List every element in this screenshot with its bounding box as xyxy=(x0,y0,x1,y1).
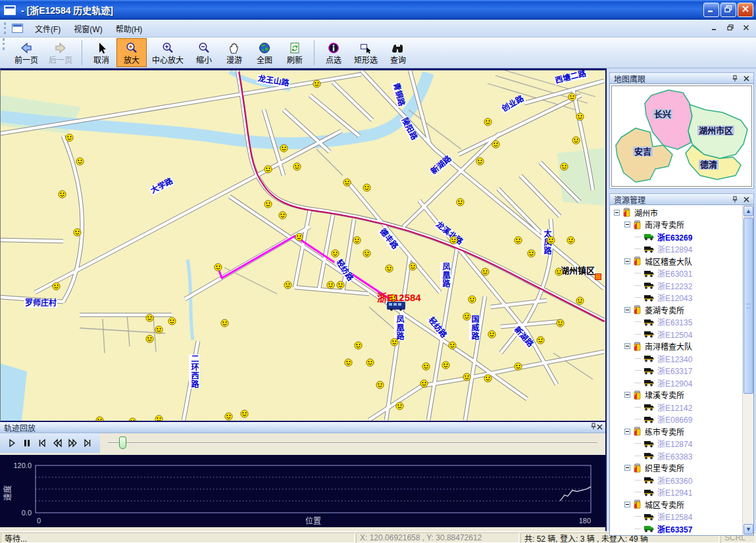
tree-group-row[interactable]: 埭溪专卖所 xyxy=(610,389,753,402)
slider-thumb[interactable] xyxy=(119,437,126,449)
tree-vehicle-row[interactable]: 浙E12340 xyxy=(610,352,753,365)
menu-item-file[interactable]: 文件(F) xyxy=(28,21,67,36)
vehicle-smiley-marker[interactable] xyxy=(448,341,457,350)
vehicle-smiley-marker[interactable] xyxy=(463,373,471,381)
tree-group-row[interactable]: 织里专卖所 xyxy=(610,462,753,475)
vehicle-smiley-marker[interactable] xyxy=(326,281,335,289)
toolbar-button-pan[interactable]: 漫游 xyxy=(219,38,249,67)
tree-vehicle-row[interactable]: 浙E63269 xyxy=(610,231,753,243)
vehicle-smiley-marker[interactable] xyxy=(555,268,563,276)
vehicle-smiley-marker[interactable] xyxy=(220,319,229,327)
vehicle-smiley-marker[interactable] xyxy=(568,93,576,101)
tree-expand-toggle[interactable] xyxy=(624,429,630,435)
vehicle-smiley-marker[interactable] xyxy=(556,319,565,327)
menu-item-help[interactable]: 帮助(H) xyxy=(109,21,149,36)
menu-item-window[interactable]: 视窗(W) xyxy=(67,21,109,36)
tree-expand-toggle[interactable] xyxy=(624,343,630,349)
tree-vehicle-row[interactable]: 浙E12142 xyxy=(610,401,753,413)
tree-expand-toggle[interactable] xyxy=(614,210,620,216)
tree-expand-toggle[interactable] xyxy=(624,502,630,508)
tree-vehicle-row[interactable]: 浙E12941 xyxy=(610,486,753,499)
mdi-close-button[interactable] xyxy=(740,23,752,34)
vehicle-smiley-marker[interactable] xyxy=(52,282,61,291)
vehicle-smiley-marker[interactable] xyxy=(567,236,575,245)
tree-group-row[interactable]: 南浔专卖所 xyxy=(610,219,753,231)
vehicle-smiley-marker[interactable] xyxy=(224,412,233,421)
vehicle-smiley-marker[interactable] xyxy=(390,338,399,346)
tree-expand-toggle[interactable] xyxy=(624,392,630,398)
tree-vehicle-row[interactable]: 浙E63357 xyxy=(610,523,753,535)
vehicle-smiley-marker[interactable] xyxy=(441,361,450,369)
toolbar-button-prev-page[interactable]: 前一页 xyxy=(9,38,43,67)
vehicle-smiley-marker[interactable] xyxy=(145,335,154,343)
toolbar-button-zoom-out[interactable]: 缩小 xyxy=(189,38,219,67)
vehicle-smiley-marker[interactable] xyxy=(295,233,303,241)
vehicle-smiley-marker[interactable] xyxy=(536,336,545,344)
tree-vehicle-row[interactable]: 浙E12874 xyxy=(610,438,753,450)
tree-vehicle-row[interactable]: 浙E12232 xyxy=(610,279,753,292)
vehicle-smiley-marker[interactable] xyxy=(168,317,176,325)
vehicle-smiley-marker[interactable] xyxy=(353,236,361,245)
vehicle-smiley-marker[interactable] xyxy=(395,402,404,410)
vehicle-smiley-marker[interactable] xyxy=(385,264,393,273)
vehicle-smiley-marker[interactable] xyxy=(468,295,476,304)
toolbar-button-point-select[interactable]: 点选 xyxy=(318,38,349,67)
vehicle-smiley-marker[interactable] xyxy=(491,140,500,149)
close-button[interactable] xyxy=(738,3,753,17)
tree-vehicle-row[interactable]: 浙E08669 xyxy=(610,413,753,426)
vehicle-smiley-marker[interactable] xyxy=(145,314,154,322)
vehicle-smiley-marker[interactable] xyxy=(420,379,428,388)
vehicle-smiley-marker[interactable] xyxy=(65,133,74,142)
vehicle-smiley-marker[interactable] xyxy=(576,296,584,305)
tree-vehicle-row[interactable]: 浙E63383 xyxy=(610,450,753,462)
vehicle-smiley-marker[interactable] xyxy=(481,268,490,276)
vehicle-smiley-marker[interactable] xyxy=(363,249,371,258)
mdi-restore-button[interactable] xyxy=(724,23,736,34)
vehicle-smiley-marker[interactable] xyxy=(484,374,492,383)
toolbar-gripper[interactable] xyxy=(3,38,6,50)
tree-vehicle-row[interactable]: 浙E12904 xyxy=(610,377,753,389)
minimize-button[interactable] xyxy=(703,3,719,17)
vehicle-smiley-marker[interactable] xyxy=(363,183,371,192)
vehicle-smiley-marker[interactable] xyxy=(284,281,292,289)
vehicle-smiley-marker[interactable] xyxy=(354,341,363,350)
toolbar-button-zoom-center[interactable]: 中心放大 xyxy=(147,38,189,67)
tree-scrollbar[interactable]: ▲ ▼ xyxy=(742,205,753,535)
vehicle-smiley-marker[interactable] xyxy=(128,417,137,422)
tree-expand-toggle[interactable] xyxy=(624,222,630,227)
playback-skip-start-button[interactable] xyxy=(34,436,49,450)
tree-vehicle-row[interactable]: 浙E63360 xyxy=(610,474,753,486)
vehicle-smiley-marker[interactable] xyxy=(527,249,536,258)
vehicle-smiley-marker[interactable] xyxy=(264,200,272,208)
scroll-down-icon[interactable]: ▼ xyxy=(743,524,753,534)
pin-icon[interactable] xyxy=(730,195,740,204)
slider-track[interactable] xyxy=(108,442,597,444)
tree-group-row[interactable]: 练市专卖所 xyxy=(610,425,753,438)
vehicle-smiley-marker[interactable] xyxy=(547,236,555,245)
tree-group-row[interactable]: 湖州市 xyxy=(610,206,753,219)
vehicle-smiley-marker[interactable] xyxy=(155,415,163,422)
playback-fast-forward-button[interactable] xyxy=(64,436,80,450)
tree-group-row[interactable]: 南浔稽查大队 xyxy=(610,341,753,353)
vehicle-smiley-marker[interactable] xyxy=(572,136,580,145)
vehicle-smiley-marker[interactable] xyxy=(376,381,384,389)
vehicle-smiley-marker[interactable] xyxy=(514,236,522,245)
vehicle-smiley-marker[interactable] xyxy=(449,236,458,245)
vehicle-smiley-marker[interactable] xyxy=(476,157,484,166)
vehicle-smiley-marker[interactable] xyxy=(58,190,66,199)
close-icon[interactable] xyxy=(742,74,751,83)
toolbar-button-zoom-in[interactable]: 放大 xyxy=(116,38,147,67)
playback-play-button[interactable] xyxy=(4,436,19,450)
pin-icon[interactable] xyxy=(730,74,740,83)
mdi-minimize-button[interactable] xyxy=(709,23,720,34)
toolbar-button-query[interactable]: 查询 xyxy=(383,38,413,67)
vehicle-smiley-marker[interactable] xyxy=(240,410,249,418)
tree-vehicle-row[interactable]: 浙E12894 xyxy=(610,243,753,256)
tree-group-row[interactable]: 菱湖专卖所 xyxy=(610,304,753,316)
map-view[interactable]: 龙王山路西塘二路创业路陵阳路青铜路新湖路大学路德丰路龙溪北路轻纺路轻纺路新湖路太… xyxy=(0,68,607,422)
vehicle-smiley-marker[interactable] xyxy=(73,228,82,237)
vehicle-smiley-marker[interactable] xyxy=(456,198,465,206)
tree-expand-toggle[interactable] xyxy=(624,258,630,264)
menu-gripper[interactable] xyxy=(4,22,7,34)
tree-vehicle-row[interactable]: 浙E63317 xyxy=(610,365,753,377)
